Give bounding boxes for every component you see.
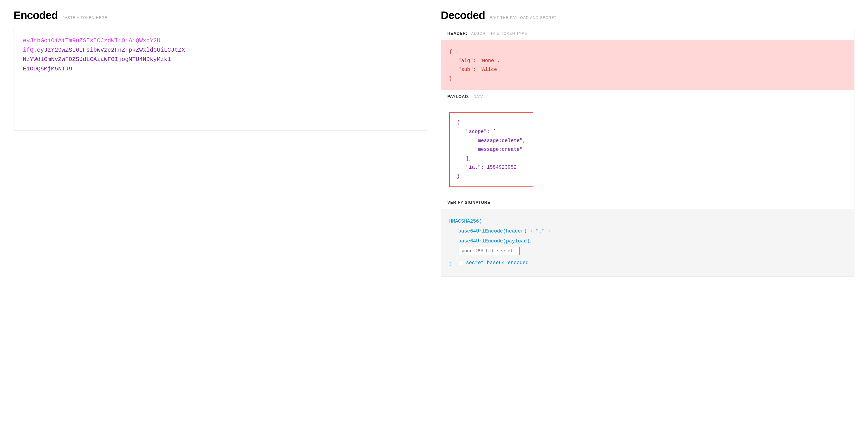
token-payload-part3: E1ODQ5MjM5NTJ9 [23, 65, 72, 72]
verify-close: ) [449, 261, 452, 267]
encoded-title: Encoded [13, 9, 58, 22]
encoded-subtitle: PASTE A TOKEN HERE [62, 16, 107, 20]
header-line2: "alg": "None", [449, 57, 846, 65]
decoded-header: Decoded EDIT THE PAYLOAD AND SECRET [441, 9, 855, 22]
verify-close-row: ) secret base64 encoded [449, 256, 846, 269]
base64-checkbox-label: secret base64 encoded [466, 258, 528, 268]
verify-content: HMACSHA256( base64UrlEncode(header) + ".… [441, 209, 854, 276]
base64-checkbox[interactable] [459, 261, 463, 265]
payload-line2: "scope": [ [457, 127, 526, 136]
base64-checkbox-row: secret base64 encoded [459, 258, 528, 268]
decoded-sections: HEADER: ALGORITHM & TOKEN TYPE { "alg": … [441, 27, 855, 276]
encoded-box[interactable]: eyJhbGciOiAiTm9uZSIsICJzdWIiOiAiQWxpY2U … [13, 27, 427, 131]
payload-line1: { [457, 118, 526, 127]
encoded-header: Encoded PASTE A TOKEN HERE [13, 9, 427, 22]
encoded-panel: Encoded PASTE A TOKEN HERE eyJhbGciOiAiT… [13, 9, 427, 433]
decoded-subtitle: EDIT THE PAYLOAD AND SECRET [490, 16, 557, 20]
token-header-part2: ifQ [23, 47, 33, 54]
verify-secret-row [449, 246, 846, 256]
token-payload-part1: eyJzY29wZSI6IFsibWVzc2FnZTpkZWxldGUiLCJt… [37, 47, 185, 54]
header-line3: "sub": "Alice" [449, 65, 846, 74]
decoded-title: Decoded [441, 9, 485, 22]
verify-label: VERIFY SIGNATURE [447, 200, 490, 205]
payload-line3: "message:delete", [457, 136, 526, 145]
header-content[interactable]: { "alg": "None", "sub": "Alice" } [441, 40, 854, 90]
verify-param2: base64UrlEncode(payload), [449, 236, 846, 246]
payload-line4: "message:create" [457, 145, 526, 154]
payload-content[interactable]: { "scope": [ "message:delete", "message:… [441, 103, 854, 196]
verify-label-bar: VERIFY SIGNATURE [441, 196, 854, 209]
header-label: HEADER: [447, 31, 467, 36]
token-payload-part2: NzYWdlOmNyZWF0ZSJdLCAiaWF0IjogMTU4NDkyMz… [23, 56, 171, 63]
payload-red-border: { "scope": [ "message:delete", "message:… [449, 112, 533, 187]
verify-section: VERIFY SIGNATURE HMACSHA256( base64UrlEn… [441, 196, 854, 276]
header-line1: { [449, 47, 846, 57]
verify-param1: base64UrlEncode(header) + "." + [449, 227, 846, 236]
token-header-part: eyJhbGciOiAiTm9uZSIsICJzdWIiOiAiQWxpY2U [23, 37, 160, 44]
token-dot1: . [33, 47, 37, 54]
payload-line6: "iat": 1584923952 [457, 163, 526, 172]
payload-line7: } [457, 172, 526, 181]
secret-input[interactable] [458, 247, 520, 255]
decoded-panel: Decoded EDIT THE PAYLOAD AND SECRET HEAD… [441, 9, 855, 433]
header-line4: } [449, 74, 846, 83]
payload-label: PAYLOAD: [447, 94, 470, 99]
payload-label-bar: PAYLOAD: DATA [441, 90, 854, 103]
header-label-sub: ALGORITHM & TOKEN TYPE [471, 32, 527, 35]
token-dot2: . [72, 65, 76, 72]
payload-label-sub: DATA [473, 95, 484, 99]
verify-func: HMACSHA256( [449, 216, 846, 227]
payload-line5: ], [457, 154, 526, 163]
header-label-bar: HEADER: ALGORITHM & TOKEN TYPE [441, 27, 854, 40]
